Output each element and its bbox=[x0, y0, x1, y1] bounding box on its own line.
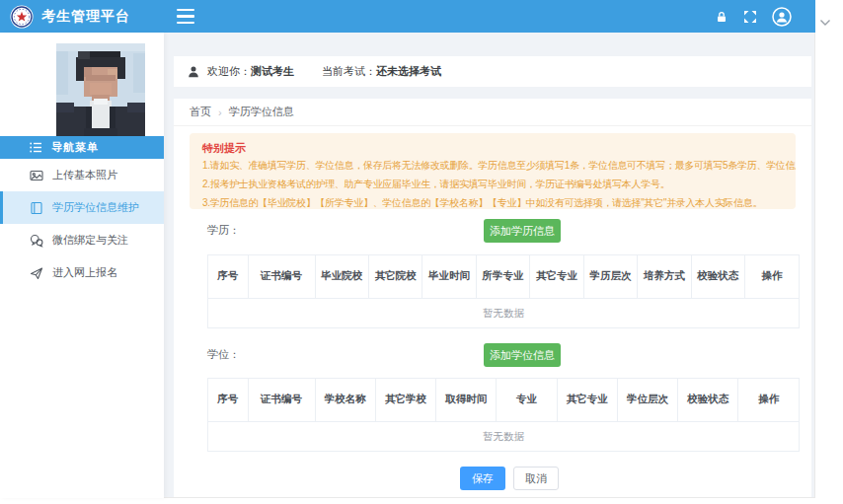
table-header-cell: 其它专业 bbox=[530, 255, 583, 298]
current-exam-value: 还未选择考试 bbox=[376, 64, 441, 79]
form-actions: 保存 取消 bbox=[174, 467, 811, 490]
degree-table-empty-text: 暂无数据 bbox=[208, 422, 799, 451]
breadcrumb-separator: › bbox=[218, 107, 222, 118]
degree-table: 序号 证书编号 学校名称 其它学校 取得时间 专业 其它专业 学位层次 校验状态… bbox=[207, 378, 800, 452]
table-header-cell: 学历层次 bbox=[583, 255, 637, 298]
sidebar-menu: 上传基本照片 学历学位信息维护 bbox=[0, 159, 164, 289]
fullscreen-icon[interactable] bbox=[743, 10, 757, 24]
table-header-cell: 专业 bbox=[497, 379, 557, 421]
table-header-cell: 序号 bbox=[208, 379, 248, 421]
education-table: 序号 证书编号 毕业院校 其它院校 毕业时间 所学专业 其它专业 学历层次 培养… bbox=[207, 254, 800, 328]
brand: 考生管理平台 bbox=[0, 0, 164, 33]
content-card: 首页 › 学历学位信息 特别提示 1.请如实、准确填写学历、学位信息，保存后将无… bbox=[174, 99, 811, 497]
lock-icon[interactable] bbox=[715, 10, 728, 24]
sidebar-item-label: 上传基本照片 bbox=[52, 168, 117, 182]
list-icon bbox=[30, 141, 42, 154]
wechat-icon bbox=[30, 234, 43, 248]
notice-line: 2.报考护士执业资格考试的护理、助产专业应届毕业生，请据实填写毕业时间，学历证书… bbox=[202, 175, 783, 193]
breadcrumb: 首页 › 学历学位信息 bbox=[174, 99, 811, 126]
sidebar-toggle-button[interactable] bbox=[177, 9, 194, 24]
notice-line: 3.学历信息的【毕业院校】【所学专业】、学位信息的【学校名称】【专业】中如没有可… bbox=[202, 193, 783, 209]
table-header-cell: 毕业院校 bbox=[315, 255, 368, 298]
table-header-cell: 取得时间 bbox=[436, 379, 497, 421]
table-header-cell: 毕业时间 bbox=[422, 255, 476, 298]
table-header-cell: 所学专业 bbox=[476, 255, 529, 298]
user-name: 测试考生 bbox=[251, 64, 294, 79]
table-header-cell: 培养方式 bbox=[638, 255, 691, 298]
table-header-cell: 校验状态 bbox=[691, 255, 744, 298]
table-header-cell: 操作 bbox=[745, 255, 800, 298]
table-header-cell: 其它院校 bbox=[368, 255, 422, 298]
user-avatar-icon[interactable] bbox=[772, 7, 792, 27]
page: 考生管理平台 bbox=[0, 0, 843, 504]
sidebar: 导航菜单 上传基本照片 bbox=[0, 33, 164, 498]
app-window: 考生管理平台 bbox=[0, 0, 815, 498]
breadcrumb-home[interactable]: 首页 bbox=[190, 105, 211, 119]
nav-menu-header-label: 导航菜单 bbox=[51, 140, 99, 155]
platform-logo-icon bbox=[10, 5, 34, 29]
topbar-actions bbox=[715, 0, 792, 33]
sidebar-item-upload-photo[interactable]: 上传基本照片 bbox=[0, 159, 164, 191]
cancel-button[interactable]: 取消 bbox=[513, 467, 559, 490]
top-bar: 考生管理平台 bbox=[0, 0, 815, 33]
table-header-cell: 其它专业 bbox=[557, 379, 617, 421]
notice-title: 特别提示 bbox=[202, 141, 783, 156]
notice-line: 1.请如实、准确填写学历、学位信息，保存后将无法修改或删除。学历信息至少须填写1… bbox=[202, 156, 783, 175]
chevron-down-icon[interactable] bbox=[819, 13, 831, 31]
save-button[interactable]: 保存 bbox=[460, 467, 505, 490]
table-header-cell: 学位层次 bbox=[617, 379, 677, 421]
education-table-empty-text: 暂无数据 bbox=[208, 299, 799, 327]
sidebar-item-online-signup[interactable]: 进入网上报名 bbox=[0, 256, 164, 289]
table-header-cell: 学校名称 bbox=[315, 379, 375, 421]
add-education-button[interactable]: 添加学历信息 bbox=[484, 219, 561, 243]
table-header-cell: 其它学校 bbox=[375, 379, 435, 421]
user-icon bbox=[188, 66, 199, 78]
table-header-cell: 证书编号 bbox=[248, 255, 315, 298]
paper-plane-icon bbox=[30, 266, 43, 280]
notice-alert: 特别提示 1.请如实、准确填写学历、学位信息，保存后将无法修改或删除。学历信息至… bbox=[190, 133, 796, 209]
education-section-label: 学历： bbox=[207, 223, 240, 238]
current-exam-label: 当前考试： bbox=[322, 64, 376, 79]
main-content: 欢迎你：测试考生 当前考试：还未选择考试 首页 › 学历学位信息 特别提示 1.… bbox=[164, 33, 815, 498]
sidebar-item-label: 微信绑定与关注 bbox=[52, 233, 128, 248]
sidebar-item-label: 进入网上报名 bbox=[52, 265, 117, 280]
education-table-header-row: 序号 证书编号 毕业院校 其它院校 毕业时间 所学专业 其它专业 学历层次 培养… bbox=[208, 255, 799, 298]
degree-table-header-row: 序号 证书编号 学校名称 其它学校 取得时间 专业 其它专业 学位层次 校验状态… bbox=[208, 379, 799, 421]
nav-menu-header: 导航菜单 bbox=[0, 136, 164, 159]
sidebar-item-wechat-bind[interactable]: 微信绑定与关注 bbox=[0, 224, 164, 256]
sidebar-item-education-info[interactable]: 学历学位信息维护 bbox=[0, 191, 164, 224]
welcome-bar: 欢迎你：测试考生 当前考试：还未选择考试 bbox=[174, 56, 811, 87]
breadcrumb-current: 学历学位信息 bbox=[229, 105, 294, 119]
degree-section-label: 学位： bbox=[207, 347, 240, 362]
table-header-cell: 证书编号 bbox=[248, 379, 315, 421]
add-degree-button[interactable]: 添加学位信息 bbox=[484, 343, 561, 367]
app-title: 考生管理平台 bbox=[41, 8, 130, 26]
notebook-icon bbox=[30, 201, 43, 215]
table-header-cell: 校验状态 bbox=[678, 379, 738, 421]
candidate-photo bbox=[56, 43, 145, 141]
image-icon bbox=[30, 169, 43, 182]
table-header-cell: 操作 bbox=[738, 379, 799, 421]
table-header-cell: 序号 bbox=[208, 255, 248, 298]
greeting-label: 欢迎你： bbox=[207, 64, 251, 79]
sidebar-item-label: 学历学位信息维护 bbox=[52, 200, 139, 215]
